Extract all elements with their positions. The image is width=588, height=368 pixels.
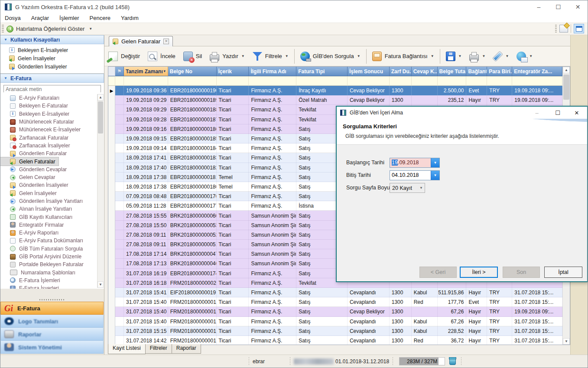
date-field-end[interactable]: 04.10.2018▼ [390,170,440,180]
nav-button-raporlar[interactable]: Raporlar [0,328,104,341]
sidebar-tree-item[interactable]: Numaralama Şablonları [0,269,104,277]
column-header-flag[interactable]: ⚑ [115,67,124,76]
reminder-toggle[interactable]: Hatırlatma Öğelerini Göster [16,26,84,32]
chevron-down-icon[interactable]: ▼ [241,54,245,58]
toolbar-button-gi-b-den-sorgula[interactable]: GİB'den Sorgula▼ [296,48,364,65]
column-header-i-çerik[interactable]: İçerik [217,67,249,76]
row-selector[interactable] [108,105,115,114]
row-selector[interactable] [108,153,115,163]
scroll-up-icon[interactable]: ▲ [97,94,104,101]
table-row[interactable]: 31.07.2018 15:41EIF2018000000019TicariFi… [108,288,562,297]
row-selector[interactable] [108,134,115,143]
filter-cell[interactable] [217,76,249,86]
toolbar-button-değiştir[interactable]: Değiştir [104,48,144,65]
close-button[interactable]: ✕ [568,0,588,13]
filter-cell[interactable] [487,76,512,86]
row-selector[interactable] [108,230,115,240]
row-selector[interactable] [108,297,115,307]
toolbar-button-print[interactable]: ▼ [465,48,489,65]
toolbar-button-sil[interactable]: Sil [179,48,206,65]
column-header-i-şlem-sonucu[interactable]: İşlem Sonucu [348,67,390,76]
row-selector[interactable] [108,336,115,345]
row-selector[interactable] [108,249,115,259]
filter-cell[interactable] [168,76,217,86]
layout-view-icon[interactable] [574,24,584,33]
row-selector[interactable] [108,192,115,201]
row-selector[interactable] [108,201,115,211]
sidebar-shortcut-item[interactable]: Gönderilen İrsaliyeler [0,62,104,71]
filter-cell[interactable] [390,76,412,86]
next-button[interactable]: İleri > [460,267,498,278]
sidebar-tree-item[interactable]: E-Fatura İşlemleri [0,277,104,284]
toolbar-button-mail[interactable]: ▼ [513,48,536,65]
chevron-down-icon[interactable]: ▼ [529,54,533,58]
menu-item-yardım[interactable]: Yardım [121,15,139,21]
calendar-dropdown-icon[interactable]: ▼ [431,158,439,167]
tab-close-icon[interactable]: ✕ [163,39,169,44]
bottom-tab-filtreler[interactable]: Filtreler [145,344,172,354]
chevron-down-icon[interactable]: ▼ [285,54,289,58]
row-selector[interactable]: ▶ [108,86,115,95]
table-row[interactable]: ▶19.09.2018 09:36EBR2018000000190TicariF… [108,86,562,95]
column-header-para-biri-[interactable]: Para Biri... [487,67,512,76]
date-field-start[interactable]: 19.09.2018▼ [390,158,440,168]
column-header-i-lgili-firma-adı[interactable]: İlgili Firma Adı [249,67,296,76]
trash-icon[interactable] [449,358,456,365]
tab-gelen-faturalar[interactable]: Gelen Faturalar ✕ [109,36,173,46]
sidebar-tree-item[interactable]: Gelen İrsaliyeler [0,189,104,197]
tree-scrollbar[interactable]: ▲ ▼ [97,94,104,288]
toolbar-button-fatura-bağlantısı[interactable]: Fatura Bağlantısı▼ [368,48,438,65]
row-selector[interactable] [108,173,115,182]
row-selector[interactable] [108,317,115,326]
sidebar-tree-item[interactable]: Mühürlenecek E-İrsaliyeler [0,126,104,134]
row-selector[interactable] [108,182,115,192]
sidebar-tree-item[interactable]: Gönderilen İrsaliyeler [0,181,104,189]
menu-item-dosya[interactable]: Dosya [5,15,21,21]
column-header-fatura-tipi[interactable]: Fatura Tipi [296,67,348,76]
table-row[interactable]: 31.07.2018 15:40FRM2018000000018TicariFi… [108,297,562,307]
sidebar-tree-item[interactable]: Gönderilen İrsaliye Yanıtları [0,197,104,205]
sidebar-shortcut-item[interactable]: Bekleyen E-İrsaliyeler [0,46,104,54]
row-selector[interactable] [108,240,115,249]
column-header-zarf-du-[interactable]: Zarf Du... [390,67,412,76]
sidebar-tree-item[interactable]: GİB Tüm Faturaları Sorgula [0,245,104,253]
bottom-tab-raporlar[interactable]: Raporlar [172,344,201,354]
column-header-cevap-k-[interactable]: Cevap K... [412,67,438,76]
dialog-maximize-button[interactable]: ☐ [549,107,566,119]
filter-cell[interactable] [348,76,390,86]
row-selector[interactable] [108,269,115,278]
row-selector[interactable] [108,124,115,134]
table-row[interactable]: 31.07.2018 15:40FRM2018000000017TicariFi… [108,317,562,326]
toolbar-button-save[interactable]: ▼ [442,48,466,65]
cancel-button[interactable]: İptal [544,267,582,278]
toolbar-grip[interactable] [2,25,4,33]
toolbar-button-yazdır[interactable]: Yazdır▼ [206,48,249,65]
column-header-entegratör-za-[interactable]: Entegratör Za... [512,67,562,76]
table-row[interactable]: 31.07.2018 14:42FRM2018000000015TicariFi… [108,336,562,345]
sidebar-tree-item[interactable]: Mühürlenecek Faturalar [0,118,104,126]
chevron-down-icon[interactable]: ▼ [482,54,485,58]
column-header-bağlantı[interactable]: Bağlantı [466,67,487,76]
chevron-down-icon[interactable]: ▼ [458,54,462,58]
dialog-minimize-button[interactable]: – [528,107,546,119]
row-selector[interactable] [108,326,115,336]
filter-cell[interactable] [296,76,348,86]
column-header-belge-no[interactable]: Belge No [168,67,217,76]
row-selector[interactable] [108,211,115,220]
sidebar-tree-item[interactable]: Zarflanacak İrsaliyeler [0,142,104,150]
row-selector[interactable] [108,95,115,105]
column-header-belge-tutarı[interactable]: Belge Tutarı [438,67,467,76]
calendar-dropdown-icon[interactable]: ▼ [431,171,439,180]
toolbar-button-tag[interactable]: ▼ [489,48,513,65]
sidebar-tree-item[interactable]: Gelen Faturalar [0,157,58,165]
filter-cell[interactable] [412,76,438,86]
sidebar-tree-item[interactable]: Entegratör Firmalar [0,221,104,229]
nav-button-sistem-y-netimi[interactable]: Sistem Yönetimi [0,341,104,354]
sidebar-tree-item[interactable]: Bekleyen E-İrsaliyeler [0,110,104,118]
scroll-down-icon[interactable]: ▼ [563,338,570,345]
scrollbar-thumb[interactable] [98,101,103,134]
row-selector[interactable] [108,307,115,316]
sidebar-tree-item[interactable]: Gelen Cevaplar [0,173,104,181]
chevron-down-icon[interactable]: ▼ [431,54,434,58]
filter-cell[interactable] [249,76,296,86]
